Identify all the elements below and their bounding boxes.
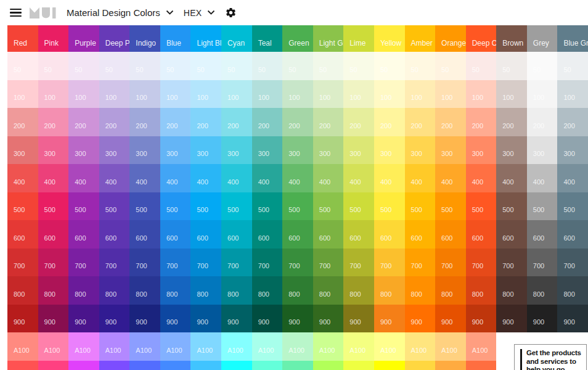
- color-swatch[interactable]: 700: [313, 249, 344, 277]
- color-swatch[interactable]: 500: [252, 192, 283, 221]
- color-swatch[interactable]: 800: [313, 276, 344, 305]
- color-swatch[interactable]: A200: [252, 361, 283, 370]
- color-swatch[interactable]: 500: [68, 192, 99, 221]
- color-swatch[interactable]: 600: [68, 220, 99, 249]
- color-swatch[interactable]: 900: [405, 305, 436, 333]
- color-swatch[interactable]: 300: [466, 136, 497, 165]
- color-swatch[interactable]: 800: [527, 276, 558, 305]
- color-swatch[interactable]: 50: [282, 52, 313, 80]
- color-swatch[interactable]: 800: [190, 276, 221, 305]
- column-header-swatch[interactable]: Teal: [252, 25, 283, 52]
- color-swatch[interactable]: A200: [190, 361, 221, 370]
- column-header-swatch[interactable]: Light Green: [313, 25, 344, 52]
- color-swatch[interactable]: 100: [374, 80, 405, 109]
- color-swatch[interactable]: 800: [466, 276, 497, 305]
- color-swatch[interactable]: 300: [190, 136, 221, 165]
- color-swatch[interactable]: 100: [435, 80, 466, 109]
- column-header-swatch[interactable]: Indigo: [129, 25, 160, 52]
- column-header-swatch[interactable]: Purple: [68, 25, 99, 52]
- color-swatch[interactable]: 300: [374, 136, 405, 165]
- color-swatch[interactable]: 400: [7, 164, 38, 192]
- color-swatch[interactable]: 300: [405, 136, 436, 165]
- color-swatch[interactable]: 900: [313, 305, 344, 333]
- color-swatch[interactable]: 800: [435, 276, 466, 305]
- color-swatch[interactable]: 500: [496, 192, 527, 221]
- color-swatch[interactable]: 800: [221, 276, 252, 305]
- color-swatch[interactable]: A200: [221, 361, 252, 370]
- color-swatch[interactable]: A100: [99, 332, 130, 361]
- color-swatch[interactable]: 500: [282, 192, 313, 221]
- color-swatch[interactable]: 700: [435, 249, 466, 277]
- settings-button[interactable]: [225, 7, 237, 18]
- color-swatch[interactable]: 400: [221, 164, 252, 192]
- color-swatch[interactable]: 200: [435, 108, 466, 136]
- mui-logo[interactable]: [30, 7, 58, 18]
- color-swatch[interactable]: 700: [374, 249, 405, 277]
- column-header-swatch[interactable]: Light Blue: [190, 25, 221, 52]
- color-swatch[interactable]: 300: [38, 136, 69, 165]
- color-swatch[interactable]: 700: [190, 249, 221, 277]
- color-swatch[interactable]: 50: [527, 52, 558, 80]
- color-swatch[interactable]: 800: [38, 276, 69, 305]
- color-swatch[interactable]: A200: [466, 361, 497, 370]
- color-swatch[interactable]: 600: [38, 220, 69, 249]
- color-swatch[interactable]: 300: [129, 136, 160, 165]
- color-swatch[interactable]: 300: [7, 136, 38, 165]
- color-swatch[interactable]: 800: [557, 276, 588, 305]
- color-swatch[interactable]: 700: [343, 249, 374, 277]
- column-header-swatch[interactable]: Blue: [160, 25, 191, 52]
- color-swatch[interactable]: A100: [7, 332, 38, 361]
- color-swatch[interactable]: 400: [282, 164, 313, 192]
- color-swatch[interactable]: 500: [343, 192, 374, 221]
- color-swatch[interactable]: 500: [160, 192, 191, 221]
- color-swatch[interactable]: 600: [374, 220, 405, 249]
- color-swatch[interactable]: A200: [7, 361, 38, 370]
- color-swatch[interactable]: 700: [252, 249, 283, 277]
- color-swatch[interactable]: A200: [160, 361, 191, 370]
- column-header-swatch[interactable]: Deep Purple: [99, 25, 130, 52]
- color-swatch[interactable]: 600: [99, 220, 130, 249]
- color-swatch[interactable]: 800: [68, 276, 99, 305]
- color-swatch[interactable]: 200: [252, 108, 283, 136]
- color-swatch[interactable]: 400: [129, 164, 160, 192]
- color-swatch[interactable]: 400: [99, 164, 130, 192]
- color-swatch[interactable]: A100: [129, 332, 160, 361]
- color-swatch[interactable]: 200: [527, 108, 558, 136]
- color-swatch[interactable]: 200: [221, 108, 252, 136]
- color-swatch[interactable]: 700: [68, 249, 99, 277]
- color-swatch[interactable]: 900: [435, 305, 466, 333]
- color-swatch[interactable]: 100: [7, 80, 38, 109]
- color-swatch[interactable]: 300: [99, 136, 130, 165]
- color-swatch[interactable]: 900: [557, 305, 588, 333]
- color-swatch[interactable]: 200: [99, 108, 130, 136]
- column-header-swatch[interactable]: Red: [7, 25, 38, 52]
- color-swatch[interactable]: 800: [7, 276, 38, 305]
- color-swatch[interactable]: 600: [435, 220, 466, 249]
- color-swatch[interactable]: 50: [374, 52, 405, 80]
- color-swatch[interactable]: A100: [405, 332, 436, 361]
- color-swatch[interactable]: 300: [343, 136, 374, 165]
- color-swatch[interactable]: 200: [282, 108, 313, 136]
- color-swatch[interactable]: 900: [527, 305, 558, 333]
- color-swatch[interactable]: 700: [405, 249, 436, 277]
- color-swatch[interactable]: 700: [527, 249, 558, 277]
- color-swatch[interactable]: 100: [282, 80, 313, 109]
- color-swatch[interactable]: 200: [343, 108, 374, 136]
- color-swatch[interactable]: 500: [7, 192, 38, 221]
- color-swatch[interactable]: 900: [7, 305, 38, 333]
- color-swatch[interactable]: 500: [190, 192, 221, 221]
- color-swatch[interactable]: 800: [374, 276, 405, 305]
- color-swatch[interactable]: 800: [252, 276, 283, 305]
- color-swatch[interactable]: 500: [129, 192, 160, 221]
- color-swatch[interactable]: 500: [527, 192, 558, 221]
- color-swatch[interactable]: A200: [129, 361, 160, 370]
- color-swatch[interactable]: 600: [466, 220, 497, 249]
- color-swatch[interactable]: 400: [527, 164, 558, 192]
- color-swatch[interactable]: 400: [68, 164, 99, 192]
- color-swatch[interactable]: 600: [129, 220, 160, 249]
- color-swatch[interactable]: 100: [343, 80, 374, 109]
- color-swatch[interactable]: A200: [282, 361, 313, 370]
- color-swatch[interactable]: 50: [313, 52, 344, 80]
- color-swatch[interactable]: 900: [190, 305, 221, 333]
- color-swatch[interactable]: 600: [405, 220, 436, 249]
